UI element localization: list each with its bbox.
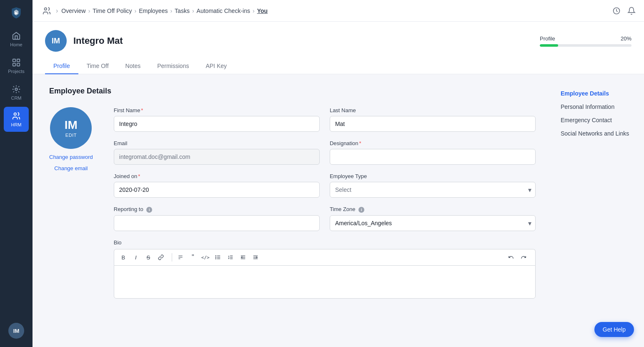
progress-bar-fill — [540, 44, 558, 47]
email-input[interactable] — [114, 149, 320, 165]
bio-italic-btn[interactable]: I — [130, 252, 142, 263]
bio-strike-btn[interactable]: S — [143, 252, 154, 263]
joined-on-label: Joined on* — [114, 173, 320, 179]
svg-rect-1 — [13, 59, 15, 62]
crumb-time-off-policy[interactable]: Time Off Policy — [93, 8, 132, 14]
right-nav-personal-info[interactable]: Personal Information — [561, 100, 636, 113]
breadcrumb-sep-0: › — [56, 7, 58, 15]
section-title: Employee Details — [49, 87, 536, 96]
right-sidebar: Employee Details Personal Information Em… — [552, 74, 644, 311]
sidebar-item-projects[interactable]: Projects — [4, 53, 29, 78]
bio-indent-left-btn[interactable] — [237, 252, 249, 263]
bio-label: Bio — [114, 239, 536, 246]
progress-bar-bg — [540, 44, 631, 47]
tab-notes[interactable]: Notes — [117, 58, 149, 74]
sidebar-item-home[interactable]: Home — [4, 27, 29, 52]
joined-on-input[interactable] — [114, 182, 320, 198]
tab-permissions[interactable]: Permissions — [149, 58, 197, 74]
designation-label: Designation* — [330, 140, 536, 146]
svg-point-12 — [216, 256, 216, 256]
svg-point-6 — [14, 113, 17, 116]
reporting-to-input[interactable] — [114, 215, 320, 231]
avatar-edit-label: EDIT — [65, 133, 77, 138]
topnav: › Overview › Time Off Policy › Employees… — [33, 0, 644, 22]
bio-ol-btn[interactable] — [225, 252, 236, 263]
content-area: IM Integro Mat Profile 20% Profile Time … — [33, 22, 644, 347]
profile-progress: Profile 20% — [540, 35, 631, 47]
employee-name: Integro Mat — [73, 35, 123, 46]
bio-bold-btn[interactable]: B — [118, 252, 129, 263]
employee-type-select-wrap: Select Full-time Part-time Contract Inte… — [330, 182, 536, 198]
sidebar-item-hrm[interactable]: HRM — [4, 107, 29, 132]
tab-time-off[interactable]: Time Off — [78, 58, 117, 74]
bio-format-group: B I S — [118, 252, 167, 263]
bio-indent-right-btn[interactable] — [250, 252, 261, 263]
page-body: Employee Details IM EDIT Change password… — [33, 74, 644, 311]
svg-point-14 — [216, 259, 216, 259]
main-area: › Overview › Time Off Policy › Employees… — [33, 0, 644, 347]
form-area: Employee Details IM EDIT Change password… — [33, 74, 552, 311]
form-columns: IM EDIT Change password Change email Fi — [49, 107, 536, 299]
employee-type-select[interactable]: Select Full-time Part-time Contract Inte… — [330, 182, 536, 198]
time-zone-select-wrap: America/Los_Angeles ▾ — [330, 215, 536, 231]
first-name-label: First Name* — [114, 107, 320, 113]
bio-link-btn[interactable] — [155, 252, 167, 263]
form-group-first-name: First Name* — [114, 107, 320, 132]
right-nav-emergency-contact[interactable]: Emergency Contact — [561, 113, 636, 127]
reporting-to-label: Reporting to i — [114, 206, 320, 213]
bio-ul-btn[interactable] — [212, 252, 224, 263]
sidebar-item-hrm-label: HRM — [11, 122, 21, 127]
form-left-panel: IM EDIT Change password Change email — [49, 107, 93, 299]
change-password-link[interactable]: Change password — [49, 154, 93, 160]
svg-rect-3 — [13, 63, 15, 66]
bell-icon[interactable] — [627, 7, 636, 15]
employee-tabs: Profile Time Off Notes Permissions API K… — [45, 58, 631, 74]
employee-type-label: Employee Type — [330, 173, 536, 179]
employee-avatar-large[interactable]: IM EDIT — [50, 107, 92, 149]
first-name-input[interactable] — [114, 116, 320, 132]
get-help-button[interactable]: Get Help — [594, 322, 634, 337]
bio-redo-btn[interactable] — [518, 252, 529, 263]
last-name-input[interactable] — [330, 116, 536, 132]
change-email-link[interactable]: Change email — [54, 165, 88, 171]
crumb-employees[interactable]: Employees — [139, 8, 168, 14]
bio-quote-btn[interactable]: " — [187, 252, 199, 263]
crumb-you[interactable]: You — [257, 8, 268, 14]
tab-profile[interactable]: Profile — [45, 58, 78, 74]
topnav-right — [612, 7, 636, 15]
clock-icon[interactable] — [612, 7, 621, 15]
sidebar-item-projects-label: Projects — [8, 69, 25, 74]
form-group-last-name: Last Name — [330, 107, 536, 132]
right-nav-social-networks[interactable]: Social Networks and Links — [561, 127, 636, 140]
time-zone-label: Time Zone i — [330, 206, 536, 213]
form-group-time-zone: Time Zone i America/Los_Angeles ▾ — [330, 206, 536, 231]
svg-point-7 — [45, 8, 47, 10]
sidebar-item-crm[interactable]: CRM — [4, 80, 29, 105]
crumb-overview[interactable]: Overview — [61, 8, 85, 14]
employee-header-top: IM Integro Mat Profile 20% — [45, 30, 631, 52]
form-row-joined: Joined on* Employee Type Select Full-tim… — [114, 173, 536, 198]
sidebar-item-home-label: Home — [10, 42, 22, 47]
designation-input[interactable] — [330, 149, 536, 165]
avatar-initials: IM — [65, 118, 78, 132]
toolbar-divider-1 — [172, 253, 172, 262]
bio-heading-btn[interactable] — [175, 252, 186, 263]
tab-api-key[interactable]: API Key — [197, 58, 235, 74]
time-zone-select[interactable]: America/Los_Angeles — [330, 215, 536, 231]
time-zone-info-icon: i — [358, 207, 364, 213]
bio-editor[interactable] — [114, 265, 536, 299]
bio-history-group — [505, 252, 529, 263]
form-group-designation: Designation* — [330, 140, 536, 165]
email-label: Email — [114, 140, 320, 146]
bio-code-btn[interactable]: </> — [200, 252, 211, 263]
crumb-auto-checkins[interactable]: Automatic Check-ins — [197, 8, 250, 14]
reporting-to-info-icon: i — [146, 207, 152, 213]
bio-undo-btn[interactable] — [505, 252, 517, 263]
crumb-tasks[interactable]: Tasks — [175, 8, 190, 14]
bio-section: Bio B I S — [114, 239, 536, 299]
user-avatar-sidebar[interactable]: IM — [8, 323, 24, 339]
form-group-reporting-to: Reporting to i — [114, 206, 320, 231]
right-nav-employee-details[interactable]: Employee Details — [561, 87, 636, 100]
form-row-email: Email Designation* — [114, 140, 536, 165]
svg-point-13 — [216, 257, 216, 257]
